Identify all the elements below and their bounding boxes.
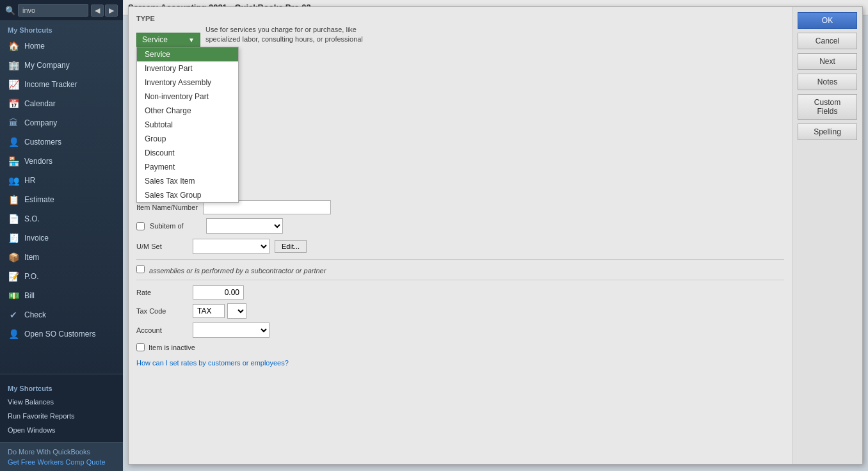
sidebar-item-label: My Company [24,61,70,70]
sidebar-item-label: Customers [24,138,61,147]
promo-section: Do More With QuickBooks Get Free Workers… [0,442,123,471]
search-input[interactable] [18,4,88,17]
sidebar: 🔍 ◀ ▶ My Shortcuts 🏠 Home 🏢 My Company 📈… [0,0,123,471]
sidebar-item-calendar[interactable]: 📅 Calendar [0,94,123,113]
subitem-row: Subitem of [136,218,784,234]
sidebar-item-bill[interactable]: 💵 Bill [0,286,123,305]
nav-arrows: ◀ ▶ [91,4,118,17]
dropdown-item-subtotal[interactable]: Subtotal [137,118,238,132]
rate-label: Rate [136,289,188,296]
sidebar-item-label: Invoice [24,234,49,243]
type-dropdown-menu: Service Inventory Part Inventory Assembl… [136,47,239,203]
dropdown-item-sales-tax-item[interactable]: Sales Tax Item [137,174,238,188]
sidebar-item-check[interactable]: ✔ Check [0,305,123,324]
main-content: Screen: Accounting 2021 - QuickBooks Pro… [123,0,868,471]
sidebar-item-estimate[interactable]: 📋 Estimate [0,190,123,209]
sidebar-item-so[interactable]: 📄 S.O. [0,209,123,228]
sidebar-item-open-so[interactable]: 👤 Open SO Customers [0,324,123,344]
item-icon: 📦 [8,251,19,263]
dropdown-item-other-charge[interactable]: Other Charge [137,104,238,118]
calendar-icon: 📅 [8,98,19,109]
estimate-icon: 📋 [8,194,19,205]
sidebar-item-hr[interactable]: 👥 HR [0,171,123,190]
custom-fields-button[interactable]: Custom Fields [798,94,857,120]
dropdown-item-inventory-assembly[interactable]: Inventory Assembly [137,76,238,90]
account-select[interactable] [193,323,269,338]
sidebar-item-label: Vendors [24,157,52,166]
spelling-button[interactable]: Spelling [798,124,857,140]
tax-code-container: TAX [193,303,784,319]
sidebar-item-customers[interactable]: 👤 Customers [0,132,123,152]
sidebar-item-label: Calendar [24,99,56,108]
sidebar-bottom: My Shortcuts View Balances Run Favorite … [0,374,123,442]
sidebar-item-label: Bill [24,291,35,300]
sidebar-item-po[interactable]: 📝 P.O. [0,267,123,286]
sidebar-item-label: Item [24,253,39,262]
subcontractor-note-text: assemblies or is performed by a subcontr… [149,267,326,275]
sidebar-item-vendors[interactable]: 🏪 Vendors [0,152,123,171]
ok-button[interactable]: OK [798,12,857,29]
view-balances-label: View Balances [8,398,54,406]
sidebar-item-label: Estimate [24,195,54,204]
um-row: U/M Set Edit... [136,239,784,254]
nav-back-btn[interactable]: ◀ [91,4,104,17]
rate-input[interactable] [193,285,244,299]
dialog-body: TYPE Service ▼ Service Inventory Part In… [129,7,862,464]
sidebar-item-label: Income Tracker [24,80,77,89]
sidebar-section-title: My Shortcuts [0,21,123,36]
section-divider-1 [136,259,784,260]
cancel-button[interactable]: Cancel [798,33,857,49]
open-windows-item[interactable]: Open Windows [0,423,123,437]
vendors-icon: 🏪 [8,156,19,167]
inactive-label: Item is inactive [149,344,200,351]
bill-icon: 💵 [8,290,19,301]
sidebar-item-label: P.O. [24,272,38,281]
dropdown-item-inventory-part[interactable]: Inventory Part [137,61,238,76]
sidebar-item-item[interactable]: 📦 Item [0,248,123,267]
nav-forward-btn[interactable]: ▶ [105,4,118,17]
type-label: TYPE [136,15,784,22]
tax-code-select[interactable]: TAX [227,303,246,319]
sidebar-item-income-tracker[interactable]: 📈 Income Tracker [0,75,123,94]
type-dropdown-button[interactable]: Service ▼ [136,33,200,47]
hr-icon: 👥 [8,175,19,186]
sidebar-item-invoice[interactable]: 🧾 Invoice [0,228,123,248]
edit-button[interactable]: Edit... [275,240,307,253]
subitem-select[interactable] [206,218,283,234]
next-button[interactable]: Next [798,53,857,70]
dialog-left-panel: TYPE Service ▼ Service Inventory Part In… [129,7,792,464]
dropdown-item-group[interactable]: Group [137,132,238,146]
dropdown-item-sales-tax-group[interactable]: Sales Tax Group [137,188,238,202]
sidebar-item-label: Open SO Customers [24,330,95,339]
item-dialog: TYPE Service ▼ Service Inventory Part In… [128,6,863,465]
po-icon: 📝 [8,271,19,282]
home-icon: 🏠 [8,40,19,52]
sidebar-item-mycompany[interactable]: 🏢 My Company [0,56,123,75]
sidebar-item-company[interactable]: 🏛 Company [0,113,123,132]
dropdown-item-non-inventory[interactable]: Non-inventory Part [137,90,238,104]
um-label: U/M Set [136,243,188,250]
dropdown-item-service[interactable]: Service [137,47,238,61]
subitem-checkbox[interactable] [136,222,145,230]
promo-title: Do More With QuickBooks [8,448,115,456]
inactive-checkbox[interactable] [136,343,145,351]
dialog-right-panel: OK Cancel Next Notes Custom Fields Spell… [792,7,862,464]
dropdown-item-payment[interactable]: Payment [137,160,238,174]
dropdown-item-discount[interactable]: Discount [137,146,238,160]
search-icon: 🔍 [5,6,15,15]
subcontractor-checkbox[interactable] [136,265,145,273]
so-icon: 📄 [8,213,19,225]
sidebar-item-home[interactable]: 🏠 Home [0,36,123,56]
view-balances-item[interactable]: View Balances [0,395,123,409]
um-select[interactable] [193,239,269,254]
type-dropdown-container: Service ▼ Service Inventory Part Invento… [136,33,200,47]
open-so-icon: 👤 [8,328,19,340]
notes-button[interactable]: Notes [798,74,857,90]
promo-link[interactable]: Get Free Workers Comp Quote [8,458,115,466]
set-rates-link[interactable]: How can I set rates by customers or empl… [136,359,289,367]
subitem-label: Subitem of [150,222,201,230]
sidebar-search-bar[interactable]: 🔍 ◀ ▶ [0,0,123,21]
run-reports-item[interactable]: Run Favorite Reports [0,409,123,423]
tax-code-input[interactable] [193,304,225,318]
income-icon: 📈 [8,79,19,90]
